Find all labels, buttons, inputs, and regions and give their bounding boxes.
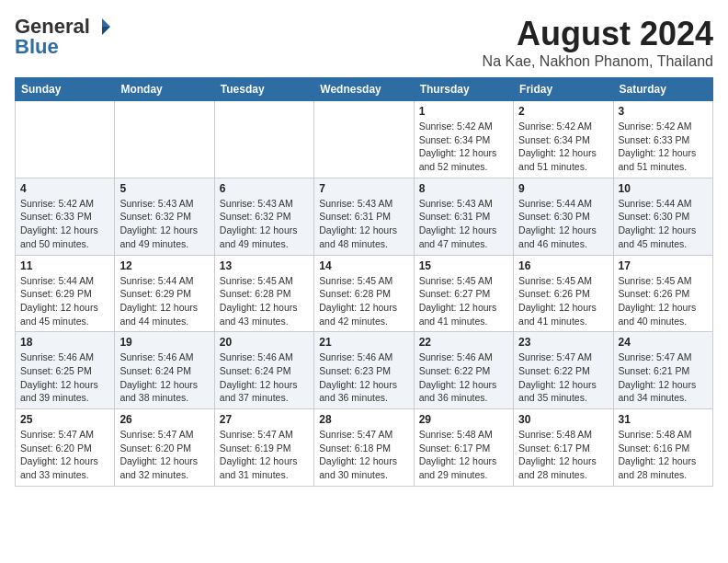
day-number: 27 [220, 413, 309, 426]
day-number: 29 [419, 413, 508, 426]
day-info: Sunrise: 5:48 AMSunset: 6:17 PMDaylight:… [419, 428, 508, 482]
table-row: 16 Sunrise: 5:45 AMSunset: 6:26 PMDaylig… [514, 255, 613, 332]
calendar-week-row: 18 Sunrise: 5:46 AMSunset: 6:25 PMDaylig… [16, 332, 713, 409]
day-info: Sunrise: 5:46 AMSunset: 6:24 PMDaylight:… [119, 350, 209, 405]
calendar-week-row: 4 Sunrise: 5:42 AMSunset: 6:33 PMDayligh… [16, 178, 713, 255]
day-number: 4 [20, 182, 109, 195]
table-row: 19 Sunrise: 5:46 AMSunset: 6:24 PMDaylig… [115, 332, 214, 409]
table-row: 17 Sunrise: 5:45 AMSunset: 6:26 PMDaylig… [613, 255, 712, 332]
day-number: 28 [319, 413, 408, 426]
day-info: Sunrise: 5:43 AMSunset: 6:31 PMDaylight:… [319, 197, 408, 251]
day-info: Sunrise: 5:46 AMSunset: 6:25 PMDaylight:… [20, 350, 109, 405]
day-info: Sunrise: 5:45 AMSunset: 6:28 PMDaylight:… [319, 274, 408, 328]
table-row: 26 Sunrise: 5:47 AMSunset: 6:20 PMDaylig… [115, 409, 214, 487]
day-info: Sunrise: 5:45 AMSunset: 6:26 PMDaylight:… [619, 274, 708, 328]
day-info: Sunrise: 5:47 AMSunset: 6:22 PMDaylight:… [518, 350, 608, 405]
table-row [214, 101, 313, 178]
page-subtitle: Na Kae, Nakhon Phanom, Thailand [483, 53, 713, 70]
table-row: 24 Sunrise: 5:47 AMSunset: 6:21 PMDaylig… [613, 332, 712, 409]
day-number: 20 [220, 336, 309, 349]
col-saturday: Saturday [613, 78, 712, 101]
day-info: Sunrise: 5:45 AMSunset: 6:27 PMDaylight:… [419, 274, 508, 328]
table-row: 18 Sunrise: 5:46 AMSunset: 6:25 PMDaylig… [16, 332, 115, 409]
logo-flag-icon [92, 17, 112, 37]
col-wednesday: Wednesday [314, 78, 414, 101]
table-row: 31 Sunrise: 5:48 AMSunset: 6:16 PMDaylig… [613, 409, 712, 487]
day-number: 23 [518, 336, 608, 349]
table-row: 25 Sunrise: 5:47 AMSunset: 6:20 PMDaylig… [16, 409, 115, 487]
col-monday: Monday [115, 78, 214, 101]
day-info: Sunrise: 5:44 AMSunset: 6:30 PMDaylight:… [518, 197, 608, 251]
day-number: 21 [319, 336, 408, 349]
table-row: 1 Sunrise: 5:42 AMSunset: 6:34 PMDayligh… [414, 101, 513, 178]
table-row: 27 Sunrise: 5:47 AMSunset: 6:19 PMDaylig… [214, 409, 313, 487]
col-friday: Friday [514, 78, 613, 101]
day-number: 30 [518, 413, 608, 426]
day-number: 7 [319, 182, 408, 195]
page-header: General Blue August 2024 Na Kae, Nakhon … [15, 15, 713, 70]
day-info: Sunrise: 5:45 AMSunset: 6:26 PMDaylight:… [518, 274, 608, 328]
table-row: 5 Sunrise: 5:43 AMSunset: 6:32 PMDayligh… [115, 178, 214, 255]
table-row: 8 Sunrise: 5:43 AMSunset: 6:31 PMDayligh… [414, 178, 513, 255]
day-info: Sunrise: 5:42 AMSunset: 6:33 PMDaylight:… [20, 197, 109, 251]
logo: General Blue [15, 15, 112, 59]
day-number: 24 [619, 336, 708, 349]
table-row: 3 Sunrise: 5:42 AMSunset: 6:33 PMDayligh… [613, 101, 712, 178]
day-number: 31 [619, 413, 708, 426]
table-row: 10 Sunrise: 5:44 AMSunset: 6:30 PMDaylig… [613, 178, 712, 255]
day-number: 22 [419, 336, 508, 349]
table-row [115, 101, 214, 178]
day-info: Sunrise: 5:46 AMSunset: 6:24 PMDaylight:… [220, 350, 309, 405]
day-info: Sunrise: 5:46 AMSunset: 6:23 PMDaylight:… [319, 350, 408, 405]
svg-marker-0 [102, 18, 110, 27]
day-number: 26 [119, 413, 209, 426]
col-sunday: Sunday [16, 78, 115, 101]
table-row [314, 101, 414, 178]
table-row: 30 Sunrise: 5:48 AMSunset: 6:17 PMDaylig… [514, 409, 613, 487]
day-info: Sunrise: 5:43 AMSunset: 6:31 PMDaylight:… [419, 197, 508, 251]
table-row: 20 Sunrise: 5:46 AMSunset: 6:24 PMDaylig… [214, 332, 313, 409]
page-title: August 2024 [483, 15, 713, 53]
day-info: Sunrise: 5:44 AMSunset: 6:30 PMDaylight:… [619, 197, 708, 251]
title-block: August 2024 Na Kae, Nakhon Phanom, Thail… [483, 15, 713, 70]
table-row: 12 Sunrise: 5:44 AMSunset: 6:29 PMDaylig… [115, 255, 214, 332]
day-info: Sunrise: 5:48 AMSunset: 6:16 PMDaylight:… [619, 428, 708, 482]
table-row: 2 Sunrise: 5:42 AMSunset: 6:34 PMDayligh… [514, 101, 613, 178]
day-number: 17 [619, 259, 708, 272]
table-row: 15 Sunrise: 5:45 AMSunset: 6:27 PMDaylig… [414, 255, 513, 332]
day-number: 14 [319, 259, 408, 272]
col-thursday: Thursday [414, 78, 513, 101]
day-info: Sunrise: 5:48 AMSunset: 6:17 PMDaylight:… [518, 428, 608, 482]
day-info: Sunrise: 5:47 AMSunset: 6:19 PMDaylight:… [220, 428, 309, 482]
day-number: 8 [419, 182, 508, 195]
day-info: Sunrise: 5:42 AMSunset: 6:34 PMDaylight:… [419, 120, 508, 174]
day-info: Sunrise: 5:44 AMSunset: 6:29 PMDaylight:… [119, 274, 209, 328]
table-row [16, 101, 115, 178]
table-row: 6 Sunrise: 5:43 AMSunset: 6:32 PMDayligh… [214, 178, 313, 255]
svg-marker-1 [102, 27, 110, 35]
table-row: 22 Sunrise: 5:46 AMSunset: 6:22 PMDaylig… [414, 332, 513, 409]
calendar-week-row: 25 Sunrise: 5:47 AMSunset: 6:20 PMDaylig… [16, 409, 713, 487]
table-row: 4 Sunrise: 5:42 AMSunset: 6:33 PMDayligh… [16, 178, 115, 255]
day-number: 15 [419, 259, 508, 272]
day-info: Sunrise: 5:46 AMSunset: 6:22 PMDaylight:… [419, 350, 508, 405]
day-number: 10 [619, 182, 708, 195]
table-row: 13 Sunrise: 5:45 AMSunset: 6:28 PMDaylig… [214, 255, 313, 332]
table-row: 9 Sunrise: 5:44 AMSunset: 6:30 PMDayligh… [514, 178, 613, 255]
day-number: 3 [619, 105, 708, 118]
day-number: 2 [518, 105, 608, 118]
calendar-table: Sunday Monday Tuesday Wednesday Thursday… [15, 77, 713, 487]
day-info: Sunrise: 5:45 AMSunset: 6:28 PMDaylight:… [220, 274, 309, 328]
col-tuesday: Tuesday [214, 78, 313, 101]
day-number: 11 [20, 259, 109, 272]
table-row: 14 Sunrise: 5:45 AMSunset: 6:28 PMDaylig… [314, 255, 414, 332]
table-row: 7 Sunrise: 5:43 AMSunset: 6:31 PMDayligh… [314, 178, 414, 255]
day-number: 18 [20, 336, 109, 349]
day-info: Sunrise: 5:43 AMSunset: 6:32 PMDaylight:… [220, 197, 309, 251]
day-info: Sunrise: 5:47 AMSunset: 6:20 PMDaylight:… [20, 428, 109, 482]
table-row: 11 Sunrise: 5:44 AMSunset: 6:29 PMDaylig… [16, 255, 115, 332]
table-row: 28 Sunrise: 5:47 AMSunset: 6:18 PMDaylig… [314, 409, 414, 487]
calendar-week-row: 1 Sunrise: 5:42 AMSunset: 6:34 PMDayligh… [16, 101, 713, 178]
day-number: 16 [518, 259, 608, 272]
calendar-week-row: 11 Sunrise: 5:44 AMSunset: 6:29 PMDaylig… [16, 255, 713, 332]
